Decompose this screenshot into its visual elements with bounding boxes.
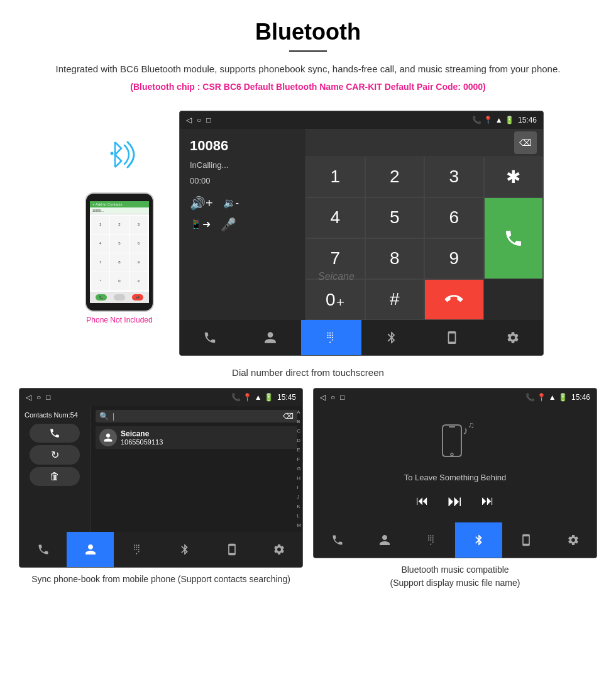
svg-text:♫: ♫ xyxy=(468,420,475,430)
dial-key-call-red[interactable] xyxy=(424,279,484,320)
music-nav-phone[interactable] xyxy=(314,522,361,558)
music-nav-contacts[interactable] xyxy=(361,522,408,558)
signal-icons: 📞 📍 ▲ 🔋 xyxy=(472,116,514,124)
dial-key-9[interactable]: 9 xyxy=(424,238,484,279)
next-track-button[interactable]: ⏭ xyxy=(481,494,494,508)
prev-track-button[interactable]: ⏮ xyxy=(416,494,429,508)
alpha-d[interactable]: D xyxy=(297,438,301,443)
contacts-nav-phone[interactable] xyxy=(19,532,67,567)
music-nav-settings[interactable] xyxy=(549,522,597,558)
nav-transfer[interactable] xyxy=(422,320,482,355)
phone-image: + Add to Contacts 10655... 123 456 789 *… xyxy=(85,192,154,312)
dial-left-panel: 10086 InCalling... 00:00 🔊+ 🔉- 📱➜ 🎤 xyxy=(180,129,305,320)
page-title: Bluetooth xyxy=(38,19,578,45)
backspace-button[interactable]: ⌫ xyxy=(514,131,537,154)
keyboard-back-icon: ⌫ xyxy=(283,412,294,421)
bottom-screenshots: ◁ ○ □ 📞 📍 ▲ 🔋 15:45 Contacts Num:54 xyxy=(0,388,616,605)
statusbar-right: 📞 📍 ▲ 🔋 15:46 xyxy=(472,116,537,124)
home-icon: ○ xyxy=(197,116,201,124)
music-back-icon: ◁ xyxy=(320,393,326,402)
music-status-icons: 📞 📍 ▲ 🔋 xyxy=(525,393,568,402)
contact-number: 10655059113 xyxy=(121,438,163,446)
alpha-b[interactable]: B xyxy=(297,419,301,424)
music-screen-item: ◁ ○ □ 📞 📍 ▲ 🔋 15:46 xyxy=(313,388,597,592)
page-description: Integrated with BC6 Bluetooth module, su… xyxy=(38,62,578,77)
nav-bluetooth[interactable] xyxy=(361,320,422,355)
contacts-search-bar[interactable]: 🔍 | ⌫ xyxy=(96,410,297,422)
alpha-i[interactable]: I xyxy=(297,485,301,490)
music-body: ♪ ♫ To Leave Something Behind ⏮ ⏭ ⏭ xyxy=(314,406,597,522)
svg-point-3 xyxy=(451,453,453,456)
volume-down-icon[interactable]: 🔉- xyxy=(223,197,239,209)
contacts-nav-transfer[interactable] xyxy=(208,532,255,567)
music-caption: Bluetooth music compatible(Support displ… xyxy=(388,558,523,592)
dial-key-call-green[interactable] xyxy=(484,197,544,279)
contacts-nav-dialpad[interactable] xyxy=(114,532,161,567)
dial-key-0plus[interactable]: 0₊ xyxy=(305,279,365,320)
contacts-clock: 15:45 xyxy=(277,393,296,402)
dial-key-5[interactable]: 5 xyxy=(365,197,425,238)
dial-key-7[interactable]: 7 xyxy=(305,238,365,279)
dial-key-8[interactable]: 8 xyxy=(365,238,425,279)
main-caption: Dial number direct from touchscreen xyxy=(0,362,616,388)
alpha-f[interactable]: F xyxy=(297,456,301,462)
navbar-main xyxy=(180,320,543,355)
dial-key-2[interactable]: 2 xyxy=(365,157,425,197)
play-pause-button[interactable]: ⏭ xyxy=(448,492,463,510)
alpha-c[interactable]: C xyxy=(297,428,301,434)
dial-key-6[interactable]: 6 xyxy=(424,197,484,238)
dial-controls-row2: 📱➜ 🎤 xyxy=(190,217,295,232)
phone-not-included-label: Phone Not Included xyxy=(86,316,152,324)
sync-contact-button[interactable]: ↻ xyxy=(30,445,80,465)
alpha-j[interactable]: J xyxy=(297,494,301,500)
alpha-l[interactable]: L xyxy=(297,513,301,519)
nav-phone[interactable] xyxy=(180,320,240,355)
transfer-icon[interactable]: 📱➜ xyxy=(190,218,211,230)
alpha-a[interactable]: A xyxy=(297,409,301,415)
dial-key-4[interactable]: 4 xyxy=(305,197,365,238)
nav-settings[interactable] xyxy=(483,320,543,355)
search-icon: 🔍 xyxy=(99,412,109,421)
music-nav-transfer[interactable] xyxy=(502,522,549,558)
contacts-body: Contacts Num:54 ↻ 🗑 xyxy=(19,406,302,532)
contact-list-item[interactable]: Seicane 10655059113 xyxy=(96,426,297,449)
alpha-e[interactable]: E xyxy=(297,447,301,453)
call-contact-button[interactable] xyxy=(30,424,80,443)
main-screenshot-section: + Add to Contacts 10655... 123 456 789 *… xyxy=(0,98,616,362)
music-statusbar-right: 📞 📍 ▲ 🔋 15:46 xyxy=(525,393,590,402)
dial-key-3[interactable]: 3 xyxy=(424,157,484,197)
nav-dialpad[interactable] xyxy=(301,320,361,355)
music-recents-icon: □ xyxy=(340,393,344,402)
contacts-statusbar-right: 📞 📍 ▲ 🔋 15:45 xyxy=(231,393,296,402)
action-buttons: ↻ 🗑 xyxy=(25,424,85,486)
contacts-caption: Sync phone-book from mobile phone (Suppo… xyxy=(29,568,293,588)
contacts-nav-bluetooth[interactable] xyxy=(161,532,208,567)
contacts-navbar xyxy=(19,532,302,567)
back-icon: ◁ xyxy=(186,116,192,124)
page-header: Bluetooth Integrated with BC6 Bluetooth … xyxy=(0,0,616,98)
volume-up-icon[interactable]: 🔊+ xyxy=(190,196,213,211)
contacts-recents-icon: □ xyxy=(46,393,50,402)
contacts-nav-contacts[interactable] xyxy=(67,532,114,567)
phone-aside: + Add to Contacts 10655... 123 456 789 *… xyxy=(72,111,167,324)
mic-icon[interactable]: 🎤 xyxy=(221,217,236,232)
dial-key-star[interactable]: ✱ xyxy=(484,157,544,197)
music-playback-controls: ⏮ ⏭ ⏭ xyxy=(416,492,494,510)
dial-key-1[interactable]: 1 xyxy=(305,157,365,197)
svg-point-1 xyxy=(111,152,114,155)
music-nav-bluetooth[interactable] xyxy=(455,522,502,558)
contacts-home-icon: ○ xyxy=(36,393,41,402)
music-nav-dialpad[interactable] xyxy=(408,522,455,558)
delete-contact-button[interactable]: 🗑 xyxy=(30,467,80,486)
statusbar-left: ◁ ○ □ xyxy=(186,116,211,124)
music-statusbar-left: ◁ ○ □ xyxy=(320,393,345,402)
dial-key-hash[interactable]: # xyxy=(365,279,425,320)
alpha-m[interactable]: M xyxy=(297,522,301,528)
contacts-nav-settings[interactable] xyxy=(255,532,302,567)
bluetooth-specs: (Bluetooth chip : CSR BC6 Default Blueto… xyxy=(38,82,578,92)
alpha-g[interactable]: G xyxy=(297,466,301,472)
nav-contacts[interactable] xyxy=(240,320,300,355)
alpha-k[interactable]: K xyxy=(297,504,301,509)
contact-details: Seicane 10655059113 xyxy=(121,429,163,446)
alpha-h[interactable]: H xyxy=(297,475,301,481)
